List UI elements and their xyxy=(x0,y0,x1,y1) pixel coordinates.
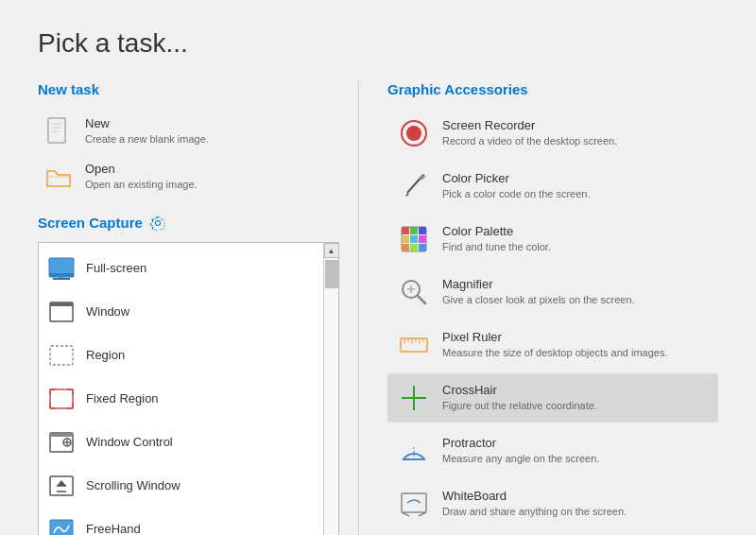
sc-fixed-region-label: Fixed Region xyxy=(86,391,159,407)
svg-point-34 xyxy=(406,126,421,141)
sc-item-window-control[interactable]: Window Control xyxy=(39,421,323,464)
sc-freehand-label: FreeHand xyxy=(86,522,141,535)
scroll-thumb[interactable] xyxy=(325,260,338,288)
crosshair-title: CrossHair xyxy=(442,383,597,399)
scrollbar[interactable]: ▲ ▼ xyxy=(323,243,338,535)
right-item-protractor[interactable]: Protractor Measure any angle on the scre… xyxy=(387,426,718,475)
left-column: New task New Create a new blank image. xyxy=(38,81,359,535)
right-column: Graphic Accessories Screen Recorder Reco… xyxy=(359,81,718,535)
svg-rect-40 xyxy=(419,227,426,234)
task-open-title: Open xyxy=(85,162,198,178)
sc-fullscreen-label: Full-screen xyxy=(86,261,146,277)
whiteboard-icon xyxy=(397,487,431,521)
fixed-region-icon xyxy=(46,384,77,414)
svg-rect-7 xyxy=(53,278,70,280)
protractor-desc: Measure any angle on the screen. xyxy=(442,452,599,465)
freehand-icon xyxy=(46,514,77,535)
sc-region-label: Region xyxy=(86,348,125,364)
sc-item-window[interactable]: Window xyxy=(39,290,323,334)
svg-rect-38 xyxy=(402,227,409,234)
sc-scrolling-label: Scrolling Window xyxy=(86,478,180,494)
whiteboard-title: WhiteBoard xyxy=(442,489,627,505)
svg-rect-9 xyxy=(50,302,73,306)
sc-item-freehand[interactable]: FreeHand xyxy=(39,508,323,535)
color-palette-icon xyxy=(397,222,431,256)
new-task-section: New task New Create a new blank image. xyxy=(38,81,339,199)
screen-capture-list-wrapper: Full-screen Window xyxy=(38,242,339,535)
svg-rect-46 xyxy=(419,244,426,251)
magnifier-icon xyxy=(397,275,431,309)
magnifier-title: Magnifier xyxy=(442,277,635,293)
svg-marker-27 xyxy=(57,480,66,486)
crosshair-desc: Figure out the relative coordinate. xyxy=(442,399,597,412)
window-icon xyxy=(46,297,77,327)
svg-rect-39 xyxy=(410,227,418,234)
right-item-magnifier[interactable]: Magnifier Give a closer look at pixels o… xyxy=(387,268,718,317)
right-item-pixel-ruler[interactable]: Pixel Ruler Measure the size of desktop … xyxy=(387,320,718,370)
pixel-ruler-desc: Measure the size of desktop objects and … xyxy=(442,346,667,359)
svg-line-48 xyxy=(418,296,425,303)
scroll-track[interactable] xyxy=(324,258,338,535)
new-icon xyxy=(42,114,76,148)
svg-rect-6 xyxy=(59,276,64,278)
task-item-open[interactable]: Open Open an existing image. xyxy=(38,154,339,199)
task-new-desc: Create a new blank image. xyxy=(85,132,209,146)
color-picker-desc: Pick a color code on the screen. xyxy=(442,187,591,200)
new-task-title: New task xyxy=(38,81,339,97)
screen-recorder-title: Screen Recorder xyxy=(442,118,617,134)
svg-rect-62 xyxy=(402,493,426,512)
open-icon xyxy=(42,160,76,194)
right-item-color-palette[interactable]: Color Palette Find and tune the color. xyxy=(387,215,718,264)
svg-rect-10 xyxy=(50,346,73,365)
sc-item-fixed-region[interactable]: Fixed Region xyxy=(39,377,323,421)
svg-rect-0 xyxy=(48,118,65,143)
scrolling-icon xyxy=(46,471,77,501)
magnifier-desc: Give a closer look at pixels on the scre… xyxy=(442,293,635,306)
svg-rect-41 xyxy=(402,235,409,243)
sc-item-fullscreen[interactable]: Full-screen xyxy=(39,247,323,290)
scroll-up-arrow[interactable]: ▲ xyxy=(324,243,339,258)
screen-capture-list[interactable]: Full-screen Window xyxy=(39,243,323,535)
sc-item-scrolling[interactable]: Scrolling Window xyxy=(39,464,323,508)
screen-capture-title: Screen Capture xyxy=(38,215,339,231)
svg-rect-45 xyxy=(410,244,418,251)
right-item-crosshair[interactable]: CrossHair Figure out the relative coordi… xyxy=(387,373,718,423)
right-item-whiteboard[interactable]: WhiteBoard Draw and share anything on th… xyxy=(387,479,718,528)
screen-recorder-icon xyxy=(397,116,431,150)
screen-capture-section: Screen Capture xyxy=(38,215,339,535)
color-picker-icon xyxy=(397,169,431,203)
color-palette-title: Color Palette xyxy=(442,224,551,240)
color-picker-title: Color Picker xyxy=(442,171,591,187)
gear-icon xyxy=(150,216,165,231)
pixel-ruler-title: Pixel Ruler xyxy=(442,330,667,346)
protractor-icon xyxy=(397,434,431,468)
whiteboard-desc: Draw and share anything on the screen. xyxy=(442,505,627,518)
graphic-accessories-title: Graphic Accessories xyxy=(387,81,718,97)
svg-rect-21 xyxy=(50,433,73,437)
task-item-new[interactable]: New Create a new blank image. xyxy=(38,109,339,154)
pixel-ruler-icon xyxy=(397,328,431,362)
color-palette-desc: Find and tune the color. xyxy=(442,240,551,253)
sc-window-control-label: Window Control xyxy=(86,435,173,451)
svg-rect-44 xyxy=(402,244,409,251)
protractor-title: Protractor xyxy=(442,436,599,452)
right-item-color-picker[interactable]: Color Picker Pick a color code on the sc… xyxy=(387,162,718,211)
svg-rect-43 xyxy=(419,235,426,243)
region-icon xyxy=(46,340,77,371)
sc-item-region[interactable]: Region xyxy=(39,334,323,377)
window-control-icon xyxy=(46,427,77,457)
svg-rect-42 xyxy=(410,235,418,243)
task-open-desc: Open an existing image. xyxy=(85,178,198,191)
screen-recorder-desc: Record a video of the desktop screen. xyxy=(442,134,617,147)
fullscreen-icon xyxy=(46,253,77,284)
page-title: Pick a task... xyxy=(38,28,718,59)
crosshair-icon xyxy=(397,381,431,415)
right-item-screen-recorder[interactable]: Screen Recorder Record a video of the de… xyxy=(387,109,718,158)
task-new-title: New xyxy=(85,116,209,132)
svg-rect-11 xyxy=(50,389,73,408)
sc-window-label: Window xyxy=(86,304,129,320)
